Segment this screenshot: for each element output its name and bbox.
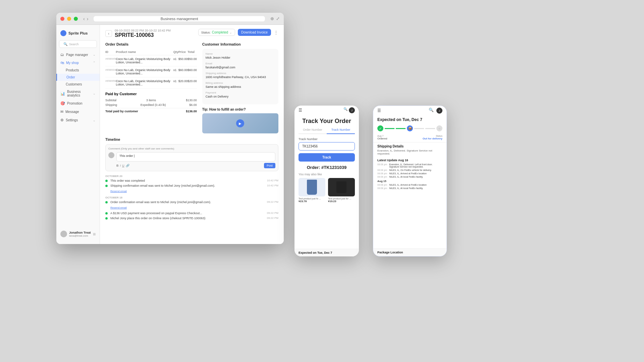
timeline-item: This order was completed10:42 PM bbox=[105, 179, 278, 182]
sidebar-sub-products[interactable]: Products bbox=[56, 67, 100, 74]
cell-qty: x1 bbox=[173, 55, 178, 66]
comment-input-area: This order | B I U 🔗 Post bbox=[116, 152, 275, 168]
product-card-1[interactable]: Test product just fo ... ¥23.78 bbox=[299, 178, 325, 203]
resend-email-link[interactable]: Resend email bbox=[110, 206, 127, 209]
product-cards: Test product just fo ... ¥23.78 Test pro… bbox=[299, 178, 355, 203]
search-icon: 🔍 bbox=[63, 42, 67, 46]
tip-section: Tip: How to fulfill an order? ▶ bbox=[202, 108, 278, 133]
timeline-item: A $136 USD payment was processed on payp… bbox=[105, 212, 278, 215]
step-line-3 bbox=[414, 128, 424, 129]
update-time: 08:08 pm bbox=[377, 184, 387, 186]
bold-btn[interactable]: B bbox=[116, 164, 119, 167]
order-meta: 09-10-2022 09:22 PM 20-10-22 10:42 PM SP… bbox=[115, 29, 171, 38]
maximize-btn[interactable] bbox=[74, 17, 78, 21]
step-line-4 bbox=[425, 128, 435, 129]
sidebar-item-business-analytics[interactable]: 📊 Business analytics ⌄ bbox=[56, 88, 100, 99]
order-number-display: Order: #TK1231039 bbox=[299, 165, 355, 170]
package-location-title: Package Location bbox=[377, 251, 442, 254]
post-button[interactable]: Post bbox=[264, 163, 275, 168]
total-row: Total paid by customer $136.00 bbox=[105, 108, 197, 114]
underline-btn[interactable]: U bbox=[122, 164, 124, 167]
timeline-title: Timeline bbox=[105, 137, 278, 141]
sidebar-item-page-manager[interactable]: 🗂 Page manager ⌄ bbox=[56, 51, 100, 59]
back-button[interactable]: ‹ bbox=[105, 30, 112, 37]
track-field-label: Track Number bbox=[299, 137, 355, 141]
latest-update-title: Latest Update Aug 16 bbox=[377, 159, 442, 162]
table-body: #658945 Coco Nu Lab, Organic Moisturizin… bbox=[105, 55, 197, 88]
tab-order-number[interactable]: Order Number bbox=[299, 126, 327, 134]
timeline-group: OCTOBER 20This order was completed10:42 … bbox=[105, 175, 278, 193]
sidebar-user: Jonathon Treat lana@treat.com ⊞ bbox=[56, 228, 100, 240]
timeline-group: OCTOBER 18Order confirmation email was s… bbox=[105, 196, 278, 220]
jeans-figure bbox=[299, 178, 325, 196]
timeline-item-text: Shipping confirmation email was sent to … bbox=[110, 184, 264, 187]
link-btn[interactable]: 🔗 bbox=[126, 164, 129, 167]
status-detail-row: Aug 7 Ordered Status Out for delivery bbox=[377, 135, 442, 140]
billing-value: Same as shipping address bbox=[206, 85, 275, 88]
shipping-addr-label: Shipping address bbox=[206, 72, 275, 75]
shipping-detail: Expedited (0.43 lb) bbox=[141, 103, 166, 107]
update-item: 08:08 pmNILES, IL, At local FedEx facili… bbox=[377, 187, 442, 189]
col-total: Total bbox=[187, 49, 197, 55]
package-location-section: Package Location bbox=[373, 248, 446, 256]
update-text: NILES, IL, At local FedEx facility. bbox=[389, 176, 423, 178]
chevron-up-icon: ⌃ bbox=[93, 61, 96, 64]
sidebar-search-box[interactable]: 🔍 Search bbox=[59, 40, 97, 48]
shipping-row: Shipping Expedited (0.43 lb) $6.00 bbox=[105, 103, 197, 107]
promotion-icon: 🎯 bbox=[60, 101, 65, 106]
track-button[interactable]: Track bbox=[299, 153, 355, 162]
browser-address[interactable]: Business management bbox=[94, 16, 265, 21]
sidebar-item-my-shop[interactable]: 🛍 My shop ⌃ bbox=[56, 59, 100, 67]
user-options-icon[interactable]: ⊞ bbox=[93, 232, 96, 236]
download-invoice-button[interactable]: Download Invoice bbox=[238, 29, 271, 36]
cell-qty: x1 bbox=[173, 66, 178, 77]
table-header-row: ID Product name Qty Price Total bbox=[105, 49, 197, 55]
italic-btn[interactable]: I bbox=[120, 164, 121, 167]
minimize-btn[interactable] bbox=[67, 17, 71, 21]
email-value: farukaivi8@gmail.com bbox=[206, 66, 275, 69]
tab-track-number[interactable]: Track Number bbox=[327, 126, 355, 134]
cell-price: $50.00 bbox=[178, 55, 188, 66]
paid-section: Paid by Customer Subtotal 3 items $130.0… bbox=[105, 92, 197, 114]
sidebar-item-label: Page manager bbox=[66, 53, 88, 57]
sidebar-item-promotion[interactable]: 🎯 Promotion bbox=[56, 99, 100, 108]
product-price-1: ¥23.78 bbox=[299, 200, 325, 203]
expected-date-title: Expected on Tue, Dec 7 bbox=[373, 115, 446, 123]
nav-back-icon[interactable]: ‹ bbox=[83, 16, 85, 21]
share-icon[interactable]: ⊕ bbox=[270, 16, 274, 21]
search-icon-phone1[interactable]: 🔍 bbox=[343, 107, 347, 113]
step-3-icon: ○ bbox=[436, 125, 442, 131]
more-options-icon[interactable]: ⋮ bbox=[274, 30, 278, 35]
resend-email-link[interactable]: Resend email bbox=[110, 190, 127, 193]
phone1-status-icons: 🔍 J bbox=[343, 107, 355, 113]
sidebar-sub-customers[interactable]: Customers bbox=[56, 81, 100, 88]
product-name-1: Test product just fo ... bbox=[299, 197, 325, 200]
cell-total: $50.00 bbox=[187, 55, 197, 66]
product-card-2[interactable]: Test product just for ... ¥19.23 bbox=[328, 178, 355, 203]
track-input[interactable] bbox=[299, 142, 355, 150]
phone2-search-icon[interactable]: 🔍 bbox=[429, 108, 434, 114]
phone1-tabs: Order Number Track Number bbox=[299, 126, 355, 134]
close-btn[interactable] bbox=[60, 17, 64, 21]
comment-input[interactable]: This order | bbox=[116, 152, 275, 162]
customer-panel: Name Mick Jeson Holder Email farukaivi8@… bbox=[202, 49, 278, 104]
order-table: ID Product name Qty Price Total #658945 … bbox=[105, 49, 197, 88]
expected-label: Expected on Tue, Dec 7 bbox=[299, 251, 332, 254]
payment-label: Payment bbox=[206, 91, 275, 94]
sidebar-item-settings[interactable]: ⚙ Settings ⌄ bbox=[56, 116, 100, 124]
tip-video[interactable]: ▶ bbox=[202, 113, 278, 133]
browser-toolbar: ‹ › Business management ⊕ ⤢ bbox=[56, 13, 284, 25]
timeline-time: 09:22 PM bbox=[267, 200, 278, 203]
sidebar-item-message[interactable]: ✉ Message bbox=[56, 108, 100, 116]
fullscreen-icon[interactable]: ⤢ bbox=[276, 16, 280, 21]
customer-name-field: Name Mick Jeson Holder bbox=[206, 52, 275, 59]
scene: ‹ › Business management ⊕ ⤢ Sprite Plus … bbox=[0, 0, 644, 362]
name-label: Name bbox=[206, 52, 275, 55]
sidebar-sub-order[interactable]: Order bbox=[56, 74, 100, 81]
status-dropdown-icon: ⌄ bbox=[229, 31, 232, 34]
col-product: Product name bbox=[116, 49, 173, 55]
nav-forward-icon[interactable]: › bbox=[87, 16, 89, 21]
status-badge[interactable]: Status: Completed ⌄ bbox=[198, 29, 235, 36]
customer-email-field: Email farukaivi8@gmail.com bbox=[206, 62, 275, 69]
page-manager-icon: 🗂 bbox=[60, 53, 64, 57]
